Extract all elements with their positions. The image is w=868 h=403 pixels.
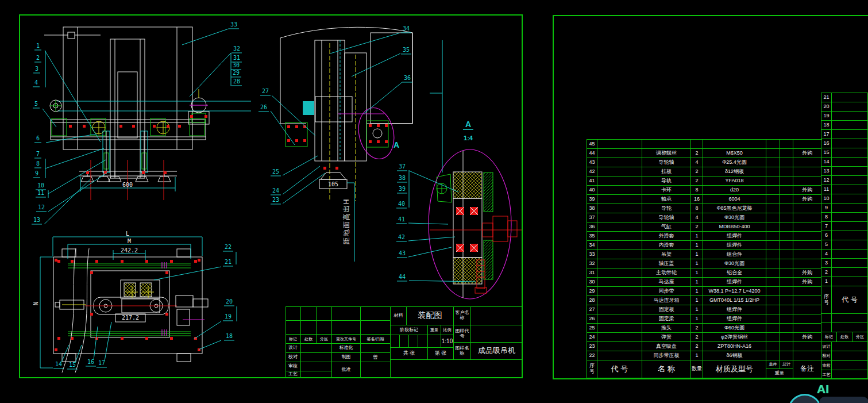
- bom-row-32-unit: [766, 259, 780, 268]
- bom-row-34-code: [597, 241, 642, 250]
- bom-row-27-name: 固定板: [642, 305, 691, 314]
- bom-strip-row-9: 9: [821, 204, 832, 213]
- callout-17: 17: [97, 360, 107, 367]
- bom-row-29-note: [793, 287, 821, 296]
- bom-row-24-total: [780, 333, 793, 342]
- strip-cell: [832, 361, 868, 370]
- bom-row-26-code: [597, 314, 642, 324]
- callout-5: 5: [33, 101, 40, 108]
- bom-strip-row-1: 1: [821, 277, 832, 286]
- titleblock-material_label: 材料: [391, 306, 407, 325]
- callout-19: 19: [223, 313, 233, 321]
- bom-row-38-note: [793, 204, 821, 213]
- bom-row-32-name: 轴压盖: [642, 259, 691, 268]
- callout-10: 10: [36, 182, 46, 190]
- ai-logo: AI: [817, 382, 829, 396]
- bom-row-30-note: 外购: [793, 278, 821, 287]
- bom-strip-row-4-code: [832, 250, 868, 259]
- detail-a-linework: [408, 149, 522, 299]
- strip-zone: 分区: [852, 332, 868, 342]
- side-view-linework: [271, 27, 442, 262]
- bom-row-37-note: [793, 213, 821, 222]
- dim-600: 600: [122, 182, 133, 188]
- bom-row-39-total: [780, 195, 793, 204]
- bom-header-name: 名 称: [642, 360, 691, 378]
- bom-row-43-unit: [766, 158, 780, 167]
- bom-row-32-note: [793, 259, 821, 268]
- callout-7: 7: [34, 151, 41, 158]
- bom-strip-row-18-code: [832, 121, 868, 130]
- titleblock-count: 处数: [301, 335, 317, 344]
- callout-40: 40: [396, 201, 407, 208]
- bom-row-43-name: 导轮轴: [642, 158, 691, 167]
- bom-row-28-no: 28: [587, 296, 597, 305]
- bom-row-37-no: 37: [587, 213, 597, 222]
- titleblock-name_label: 图样名称: [454, 343, 471, 360]
- bom-row-41-total: [780, 176, 793, 186]
- dim-M: M: [128, 238, 131, 244]
- titleblock-cell: [361, 321, 391, 335]
- callout-8: 8: [34, 160, 41, 168]
- bom-strip-row-13: 13: [821, 167, 832, 176]
- callout-33: 33: [229, 21, 239, 29]
- bom-row-41-code: [597, 176, 642, 186]
- titleblock-cell: [428, 335, 441, 348]
- bom-row-44-no: 44: [587, 149, 597, 158]
- bom-strip-row-5-code: [832, 240, 868, 250]
- titleblock-code_label: 图样代号: [454, 325, 471, 343]
- callout-27: 27: [260, 88, 271, 95]
- bom-strip-row-6: 6: [821, 231, 832, 240]
- callout-44: 44: [397, 274, 407, 281]
- strip-cell: [821, 323, 832, 332]
- bom-strip-row-19-code: [832, 112, 868, 121]
- bom-row-38-name: 导轮: [642, 204, 691, 213]
- bom-strip-row-3: 3: [821, 259, 832, 268]
- bom-row-38-total: [780, 204, 793, 213]
- bom-row-27-no: 27: [587, 305, 597, 314]
- strip-cell: [821, 314, 832, 323]
- bom-row-34-material: 组焊件: [703, 241, 766, 250]
- callout-43: 43: [397, 250, 407, 258]
- titleblock-cell: [471, 306, 523, 325]
- bom-strip-row-15: 15: [821, 148, 832, 158]
- bom-row-22-code: [597, 351, 642, 360]
- bom-row-41-qty: 2: [691, 176, 703, 186]
- bom-row-33-name: 吊架: [642, 250, 691, 259]
- bom-row-45-unit: [766, 140, 780, 149]
- strip-no: 序号: [821, 286, 832, 314]
- bom-row-39-code: [597, 195, 642, 204]
- bom-row-28-total: [780, 296, 793, 305]
- bom-row-25-material: Φ60光圆: [703, 324, 766, 333]
- bom-strip-row-4: 4: [821, 250, 832, 259]
- ai-toolbar[interactable]: [819, 397, 868, 403]
- bom-row-45-name: [642, 140, 691, 149]
- strip-cell: [832, 342, 868, 351]
- bom-row-40-name: 卡环: [642, 186, 691, 195]
- bom-row-26-unit: [766, 314, 780, 324]
- bom-strip-row-10: 10: [821, 194, 832, 204]
- bom-row-37-qty: 4: [691, 213, 703, 222]
- strip-design: 设计: [821, 342, 832, 351]
- bom-row-32-qty: 1: [691, 259, 703, 268]
- bom-row-36-unit: [766, 222, 780, 232]
- bom-strip-row-6-code: [832, 231, 868, 240]
- bom-row-37-name: 导轮轴: [642, 213, 691, 222]
- bom-row-41-unit: [766, 176, 780, 186]
- callout-1: 1: [34, 43, 41, 50]
- ai-assistant-widget[interactable]: AI: [781, 381, 868, 403]
- dim-242: 242.2: [121, 247, 138, 254]
- bom-row-26-name: 固定梁: [642, 314, 691, 324]
- bom-row-30-total: [780, 278, 793, 287]
- bom-row-38-material: Φ85黑色尼龙棒: [703, 204, 766, 213]
- titleblock-review: 审核: [286, 362, 301, 371]
- bom-strip-row-12-code: [832, 176, 868, 185]
- bom-row-27-code: [597, 305, 642, 314]
- bom-row-29-code: [597, 287, 642, 296]
- bom-row-36-name: 气缸: [642, 222, 691, 232]
- callout-20: 20: [224, 298, 234, 306]
- titleblock-cell: [301, 306, 317, 321]
- titleblock-sheets_label: 共 张: [391, 348, 428, 360]
- bom-row-43-qty: 4: [691, 158, 703, 167]
- bom-row-42-name: 挂板: [642, 167, 691, 176]
- titleblock-cell: [332, 306, 361, 321]
